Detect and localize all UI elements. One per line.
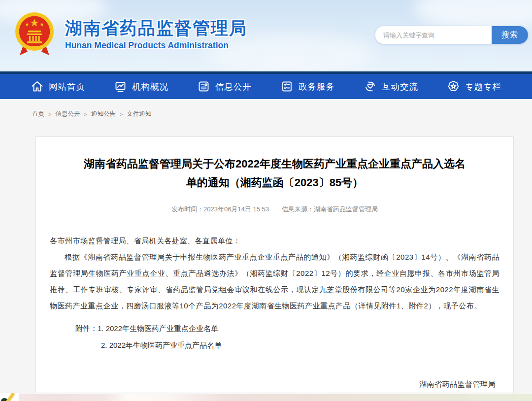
breadcrumb-home[interactable]: 首页 bbox=[32, 110, 44, 118]
footer-strip bbox=[0, 394, 532, 401]
source-label: 信息来源： bbox=[282, 205, 314, 213]
nav-item-organization[interactable]: 机构概况 bbox=[114, 80, 168, 93]
article-title: 湖南省药品监督管理局关于公布2022年度生物医药产业重点企业重点产品入选名单的通… bbox=[50, 155, 499, 192]
info-document-icon bbox=[197, 80, 210, 93]
attachments-label: 附件： bbox=[75, 324, 98, 333]
breadcrumb-current: 文件通知 bbox=[127, 110, 151, 118]
nav-item-label: 网站首页 bbox=[49, 81, 85, 93]
checklist-icon bbox=[280, 80, 294, 93]
national-emblem-icon bbox=[15, 11, 54, 58]
breadcrumb-info-disclosure[interactable]: 信息公开 bbox=[55, 110, 80, 118]
attachments-block: 附件：1. 2022年生物医药产业重点企业名单 2. 2022年生物医药产业重点… bbox=[50, 320, 499, 354]
nav-item-special-topics[interactable]: 专题专栏 bbox=[447, 80, 501, 93]
nav-item-label: 专题专栏 bbox=[465, 81, 501, 93]
breadcrumb-separator: > bbox=[48, 111, 51, 117]
nav-item-label: 信息公开 bbox=[215, 81, 252, 93]
heart-exchange-icon bbox=[364, 80, 377, 93]
site-subtitle: Hunan Medical Products Administration bbox=[65, 40, 247, 51]
cloud-decoration bbox=[414, 0, 532, 30]
site-header: 湖南省药品监督管理局 Hunan Medical Products Admini… bbox=[0, 0, 532, 71]
breadcrumb-separator: > bbox=[120, 111, 123, 117]
article-meta: 发布时间：2023年06月14日 15:53信息来源：湖南省药品监督管理局 bbox=[50, 205, 499, 214]
nav-item-interaction[interactable]: 互动交流 bbox=[364, 80, 418, 93]
article-card: 湖南省药品监督管理局关于公布2022年度生物医药产业重点企业重点产品入选名单的通… bbox=[35, 136, 514, 393]
main-nav: 网站首页 机构概况 信息公开 政务服务 bbox=[0, 71, 532, 99]
site-brand[interactable]: 湖南省药品监督管理局 Hunan Medical Products Admini… bbox=[15, 11, 247, 58]
source-value: 湖南省药品监督管理局 bbox=[314, 205, 378, 213]
search-button[interactable]: 搜索 bbox=[492, 26, 528, 44]
content-area: 首页 > 信息公开 > 通知公告 > 文件通知 湖南省药品监督管理局关于公布20… bbox=[0, 99, 532, 394]
breadcrumb-notices[interactable]: 通知公告 bbox=[91, 110, 116, 118]
article-body: 根据《湖南省药品监督管理局关于申报生物医药产业重点企业重点产品的通知》（湘药监综… bbox=[50, 249, 499, 314]
breadcrumb: 首页 > 信息公开 > 通知公告 > 文件通知 bbox=[32, 110, 151, 118]
search-input[interactable] bbox=[375, 26, 492, 44]
site-title: 湖南省药品监督管理局 bbox=[65, 18, 247, 38]
search-bar: 搜索 bbox=[375, 26, 528, 44]
nav-item-home[interactable]: 网站首页 bbox=[31, 80, 85, 93]
publish-time: 2023年06月14日 15:53 bbox=[203, 205, 269, 213]
org-chart-icon bbox=[114, 80, 127, 93]
signature-org: 湖南省药品监督管理局 bbox=[419, 376, 496, 392]
breadcrumb-separator: > bbox=[84, 111, 87, 117]
corner-decoration-yellow bbox=[6, 393, 15, 401]
star-badge-icon bbox=[447, 80, 460, 93]
article-salutation: 各市州市场监督管理局、省局机关各处室、各直属单位： bbox=[50, 233, 499, 249]
nav-item-label: 互动交流 bbox=[382, 81, 418, 93]
attachment-link-1[interactable]: 1. 2022年生物医药产业重点企业名单 bbox=[98, 324, 218, 333]
publish-time-label: 发布时间： bbox=[171, 205, 203, 213]
nav-item-label: 政务服务 bbox=[299, 81, 335, 93]
nav-item-label: 机构概况 bbox=[132, 81, 168, 93]
nav-item-gov-services[interactable]: 政务服务 bbox=[280, 80, 335, 93]
corner-decoration bbox=[0, 393, 19, 401]
home-icon bbox=[31, 80, 44, 93]
attachment-link-2[interactable]: 2. 2022年生物医药产业重点产品名单 bbox=[101, 341, 222, 349]
nav-item-info-disclosure[interactable]: 信息公开 bbox=[197, 80, 252, 93]
